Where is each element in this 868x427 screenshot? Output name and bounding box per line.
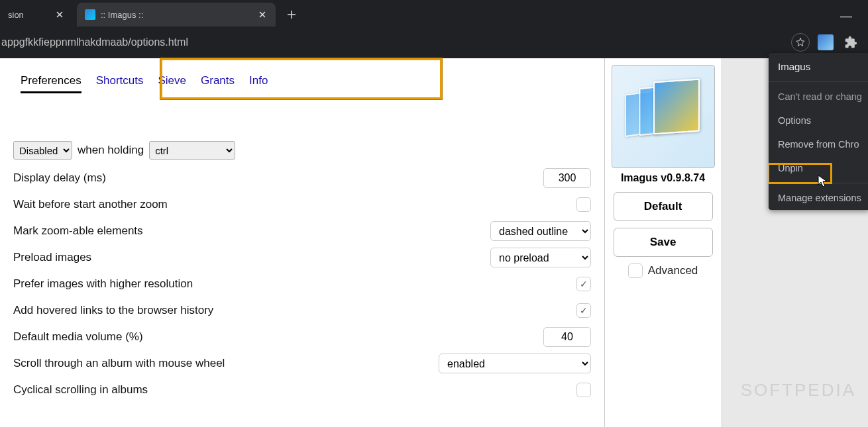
address-bar: appgfkkfieppnmlhakdmaab/options.html <box>0 26 868 58</box>
tab-sieve[interactable]: Sieve <box>158 74 186 93</box>
ext-menu-remove[interactable]: Remove from Chro <box>769 132 868 156</box>
tab-grants[interactable]: Grants <box>201 74 235 93</box>
advanced-checkbox[interactable] <box>628 263 643 278</box>
new-tab-button[interactable] <box>282 5 301 24</box>
advanced-label: Advanced <box>648 264 698 277</box>
save-button[interactable]: Save <box>614 228 713 257</box>
preload-label: Preload images <box>13 251 490 264</box>
browser-tab-inactive[interactable]: sion <box>0 3 73 26</box>
volume-input[interactable] <box>543 327 591 347</box>
bookmark-star-icon[interactable] <box>791 33 810 52</box>
tab-strip: sion :: Imagus :: <box>0 0 868 26</box>
volume-label: Default media volume (%) <box>13 330 543 344</box>
settings-form: Disabled when holding ctrl Display delay… <box>0 93 604 427</box>
window-minimize-icon[interactable]: — <box>840 9 852 23</box>
nav-tabs: Preferences Shortcuts Sieve Grants Info <box>0 58 604 93</box>
prefer-hires-checkbox[interactable]: ✓ <box>576 277 591 291</box>
tab-preferences[interactable]: Preferences <box>21 74 81 93</box>
close-icon[interactable] <box>54 9 65 20</box>
add-history-label: Add hovered links to the browser history <box>13 304 576 317</box>
extensions-puzzle-icon[interactable] <box>841 33 860 52</box>
ext-menu-title: Imagus <box>769 53 868 79</box>
default-button[interactable]: Default <box>614 192 713 221</box>
mark-zoom-label: Mark zoom-able elements <box>13 224 490 238</box>
cyclical-checkbox[interactable] <box>576 383 591 397</box>
when-holding-label: when holding <box>78 144 144 157</box>
imagus-extension-icon[interactable] <box>818 34 834 50</box>
tab-title: :: Imagus :: <box>101 10 253 20</box>
hover-mode-select[interactable]: Disabled <box>13 141 72 160</box>
add-history-checkbox[interactable]: ✓ <box>576 303 591 318</box>
close-icon[interactable] <box>257 9 268 20</box>
wait-zoom-label: Wait before start another zoom <box>13 198 576 211</box>
cursor-icon <box>818 175 828 190</box>
imagus-logo <box>612 65 715 168</box>
cyclical-label: Cyclical scrolling in albums <box>13 383 576 397</box>
tab-shortcuts[interactable]: Shortcuts <box>96 74 144 93</box>
ext-menu-cant-read: Can't read or chang <box>769 85 868 109</box>
preload-select[interactable]: no preload <box>490 248 591 267</box>
browser-chrome: sion :: Imagus :: appgfkkfieppnmlhakdmaa… <box>0 0 868 58</box>
extension-context-menu: Imagus Can't read or chang Options Remov… <box>769 53 868 210</box>
display-delay-input[interactable] <box>543 168 591 188</box>
browser-tab-active[interactable]: :: Imagus :: <box>77 3 276 26</box>
imagus-version: Imagus v0.9.8.74 <box>609 172 717 184</box>
options-page: Preferences Shortcuts Sieve Grants Info … <box>0 58 604 427</box>
ext-menu-options[interactable]: Options <box>769 109 868 132</box>
address-text[interactable]: appgfkkfieppnmlhakdmaab/options.html <box>0 36 791 48</box>
mark-zoom-select[interactable]: dashed outline <box>490 221 591 241</box>
display-delay-label: Display delay (ms) <box>13 171 543 185</box>
softpedia-watermark: SOFTPEDIA <box>741 380 856 401</box>
side-panel: Imagus v0.9.8.74 Default Save Advanced <box>604 58 721 427</box>
prefer-hires-label: Prefer images with higher resolution <box>13 277 576 291</box>
wait-zoom-checkbox[interactable] <box>576 197 591 212</box>
scroll-album-select[interactable]: enabled <box>439 354 591 373</box>
scroll-album-label: Scroll through an album with mouse wheel <box>13 357 439 370</box>
modifier-select[interactable]: ctrl <box>149 141 235 160</box>
imagus-favicon <box>85 9 95 20</box>
tab-info[interactable]: Info <box>249 74 268 93</box>
tab-title: sion <box>8 10 50 20</box>
